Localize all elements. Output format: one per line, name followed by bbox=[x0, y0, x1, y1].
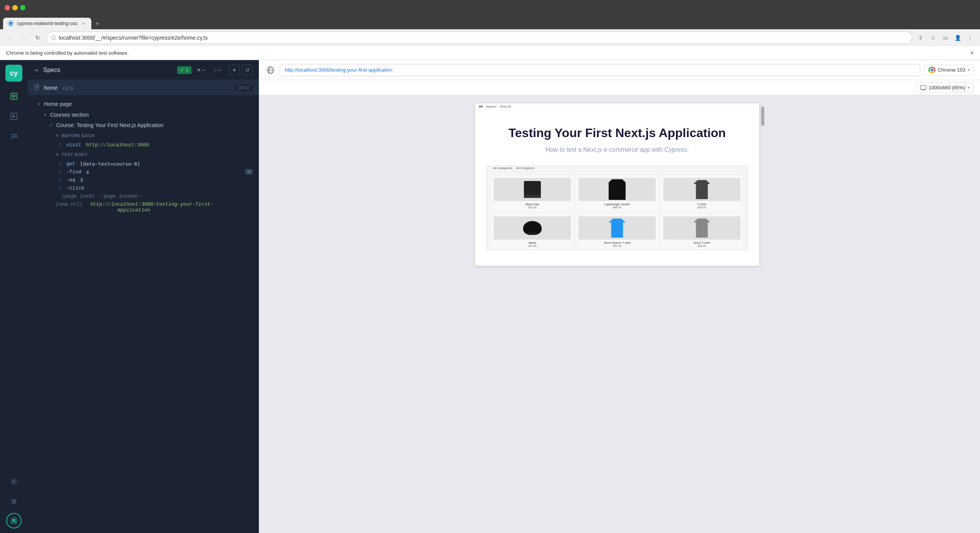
profile-button[interactable]: 👤 bbox=[952, 32, 963, 43]
preview-iframe: All Apparel Shop All Testing Your First … bbox=[475, 103, 760, 266]
tab-close-button[interactable]: × bbox=[81, 20, 87, 27]
sidebar-item-specs[interactable] bbox=[5, 88, 22, 105]
fail-dash: -- bbox=[202, 67, 205, 73]
back-button[interactable]: ← bbox=[5, 32, 15, 43]
test-body-section: ▼ TEST BODY bbox=[34, 149, 259, 160]
reload-button[interactable]: ↻ bbox=[32, 32, 43, 43]
preview-content: All Apparel Shop All Testing Your First … bbox=[259, 95, 980, 533]
product-mask: Mask $14.00 bbox=[492, 214, 573, 250]
address-bar[interactable]: ⓘ localhost:3000/__/#/specs/runner?file=… bbox=[46, 32, 912, 44]
notification-bar: Chrome is being controlled by automated … bbox=[0, 46, 980, 60]
new-tab-button[interactable]: + bbox=[92, 18, 103, 29]
runs-icon bbox=[10, 112, 18, 120]
cmd-find: -find bbox=[66, 169, 81, 175]
grey-shirt-image bbox=[663, 216, 740, 240]
product-blue-shirt: Short Sleeve T-shirt $22.00 bbox=[576, 214, 658, 250]
blue-shirt-name: Short Sleeve T-shirt bbox=[579, 241, 656, 245]
preview-toolbar: http://localhost:3000/testing-your-first… bbox=[259, 60, 980, 80]
sidebar-item-runs[interactable] bbox=[5, 108, 22, 125]
pass-badge: ✓ 1 bbox=[177, 66, 191, 74]
sidebar-item-settings[interactable] bbox=[5, 473, 22, 490]
course-subtitle: How to test a Next.js e-commerce app wit… bbox=[487, 146, 748, 153]
security-icon: ⓘ bbox=[51, 35, 56, 41]
arg-selector: [data-test=course-0] bbox=[80, 161, 140, 167]
test-file-header: home .cy.ts 00:02 bbox=[28, 80, 259, 96]
main-content: cy bbox=[0, 60, 980, 533]
page-load-text: (page load) --page loaded-- bbox=[62, 193, 143, 199]
commands-icon bbox=[10, 132, 18, 140]
notification-close-button[interactable]: × bbox=[970, 50, 974, 57]
code-line-click[interactable]: 4 -click bbox=[34, 184, 259, 192]
new-url-label: (new url) bbox=[55, 201, 82, 207]
test-pass-icon: ✓ bbox=[49, 122, 53, 128]
scrollbar-track[interactable] bbox=[761, 103, 764, 525]
pending-icon: ○ bbox=[214, 67, 216, 73]
jacket-name: Lightweight Jacket bbox=[579, 203, 656, 206]
test-suite-home: ▼ Home page ▼ Courses section ✓ Course: … bbox=[28, 99, 259, 214]
browser-label: Chrome 103 bbox=[938, 67, 965, 73]
tabs-bar: cypress-realworld-testing-cou × + bbox=[0, 15, 980, 29]
menu-button[interactable]: ⋮ bbox=[965, 32, 975, 43]
svg-rect-5 bbox=[35, 84, 39, 90]
code-line-eq[interactable]: 3 -eq 3 bbox=[34, 176, 259, 184]
forward-button[interactable]: → bbox=[18, 32, 29, 43]
code-line-get[interactable]: 1 get [data-test=course-0] bbox=[34, 160, 259, 168]
shop-inner-nav: All Categories All Designers bbox=[490, 166, 744, 172]
course-preview: Testing Your First Next.js Application H… bbox=[475, 110, 759, 266]
dropdown-button[interactable]: ▾ bbox=[229, 65, 240, 75]
test-runner-actions: ▾ ↺ bbox=[229, 65, 253, 75]
minimize-window-button[interactable] bbox=[12, 5, 18, 10]
bookmark-button[interactable]: ☆ bbox=[928, 32, 938, 43]
hat-name: Black Hat bbox=[494, 203, 571, 206]
nav-actions: ⇧ ☆ ▭ 👤 ⋮ bbox=[915, 32, 975, 43]
keyboard-icon: ⌘ bbox=[11, 498, 17, 505]
product-tshirt: T-Shirt $25.00 bbox=[661, 176, 743, 211]
jacket-price: $65.00 bbox=[579, 206, 656, 209]
suite-header-courses[interactable]: ▼ Courses section bbox=[34, 109, 259, 120]
mask-detail bbox=[527, 233, 538, 234]
scrollbar-thumb[interactable] bbox=[761, 107, 764, 126]
sub-suite-collapse-icon: ▼ bbox=[43, 113, 47, 117]
hat-image bbox=[494, 178, 571, 201]
cmd-get: get bbox=[66, 161, 75, 167]
cypress-logo-text: cy bbox=[10, 69, 18, 77]
viewport-size-selector[interactable]: 1000x660 (65%) ▾ bbox=[916, 82, 974, 92]
preview-url: http://localhost:3000/testing-your-first… bbox=[285, 67, 393, 73]
refresh-button[interactable]: ↺ bbox=[242, 65, 253, 75]
shop-grid-container: All Categories All Designers bbox=[487, 166, 747, 250]
jacket-image bbox=[579, 178, 656, 201]
sidebar-item-commands[interactable] bbox=[5, 128, 22, 145]
test-duration: 00:02 bbox=[235, 84, 253, 91]
browser-dropdown-arrow: ▾ bbox=[968, 68, 970, 72]
suite-header-home[interactable]: ▼ Home page bbox=[28, 99, 259, 109]
test-title-course: Course: Testing Your First Next.js Appli… bbox=[56, 122, 163, 128]
line-num-get: 1 bbox=[55, 161, 62, 167]
browser-selector[interactable]: Chrome 103 ▾ bbox=[924, 65, 974, 75]
browser-tab-active[interactable]: cypress-realworld-testing-cou × bbox=[3, 18, 91, 29]
share-button[interactable]: ⇧ bbox=[915, 32, 926, 43]
sub-suite-courses: ▼ Courses section ✓ Course: Testing Your… bbox=[28, 109, 259, 214]
globe-icon bbox=[265, 65, 276, 75]
preview-panel: http://localhost:3000/testing-your-first… bbox=[259, 60, 980, 533]
tshirt-image bbox=[663, 178, 740, 201]
preview-url-bar[interactable]: http://localhost:3000/testing-your-first… bbox=[280, 64, 920, 76]
extensions-button[interactable]: ▭ bbox=[940, 32, 951, 43]
nav-bar: ← → ↻ ⓘ localhost:3000/__/#/specs/runner… bbox=[0, 29, 980, 46]
user-avatar[interactable] bbox=[6, 513, 22, 528]
code-line-visit[interactable]: 1 visit http://localhost:3000 bbox=[34, 141, 259, 149]
viewport-dropdown-arrow: ▾ bbox=[968, 85, 970, 90]
line-num-find: 2 bbox=[55, 169, 62, 175]
jacket-shape bbox=[609, 179, 626, 200]
line-num-eq: 3 bbox=[55, 177, 62, 183]
test-runner-panel: ⇒ Specs ✓ 1 ✕ -- ○ -- bbox=[28, 60, 259, 533]
product-hat: Black Hat $22.00 bbox=[492, 176, 573, 211]
close-window-button[interactable] bbox=[5, 5, 10, 10]
maximize-window-button[interactable] bbox=[20, 5, 25, 10]
suite-collapse-icon: ▼ bbox=[37, 102, 41, 106]
code-line-find[interactable]: 2 -find a 4 bbox=[34, 168, 259, 176]
mask-image bbox=[494, 216, 571, 240]
test-item-course[interactable]: ✓ Course: Testing Your First Next.js App… bbox=[34, 120, 259, 130]
traffic-lights bbox=[5, 5, 25, 10]
sidebar-keyboard-shortcut[interactable]: ⌘ bbox=[5, 493, 22, 510]
product-grey-shirt: Short T-shirt $20.00 bbox=[661, 214, 743, 250]
